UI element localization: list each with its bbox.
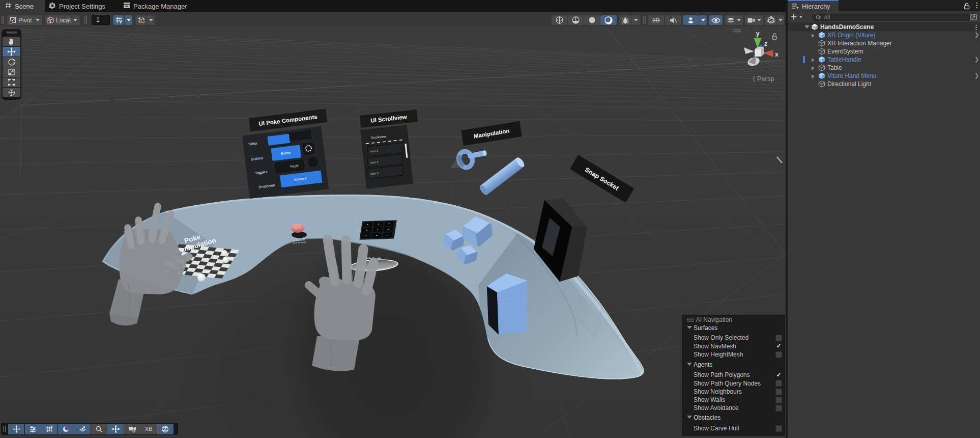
svg-text:⟨ Persp: ⟨ Persp bbox=[753, 75, 774, 83]
svg-text:z: z bbox=[764, 40, 767, 47]
svg-text:Y: Y bbox=[119, 19, 122, 24]
svg-text:y: y bbox=[756, 30, 760, 37]
svg-text:x: x bbox=[775, 51, 779, 58]
